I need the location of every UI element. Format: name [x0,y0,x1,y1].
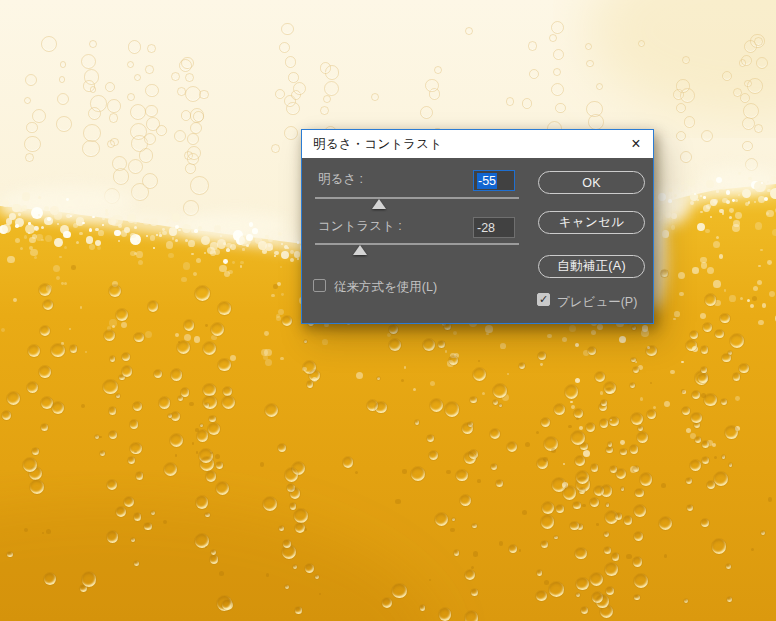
brightness-contrast-dialog: 明るさ・コントラスト × 明るさ : -55 コントラスト : -28 ✓ 従来… [301,129,654,324]
ok-button[interactable]: OK [538,171,645,194]
close-icon[interactable]: × [619,130,653,158]
cancel-button[interactable]: キャンセル [538,211,645,234]
brightness-label: 明るさ : [318,171,363,188]
preview-checkbox-label: プレビュー(P) [557,294,637,311]
dialog-body: 明るさ : -55 コントラスト : -28 ✓ 従来方式を使用(L) OK キ… [302,158,653,323]
dialog-title: 明るさ・コントラスト [313,136,442,153]
brightness-value: -55 [477,173,497,189]
brightness-slider-thumb[interactable] [372,199,386,209]
contrast-slider-track[interactable] [315,243,519,245]
preview-checkbox[interactable]: ✓ [537,293,550,306]
legacy-checkbox[interactable]: ✓ [313,279,326,292]
contrast-input[interactable]: -28 [473,217,515,238]
auto-correct-button[interactable]: 自動補正(A) [538,255,645,278]
brightness-slider-track[interactable] [315,197,519,199]
contrast-value: -28 [477,221,495,235]
dialog-title-bar[interactable]: 明るさ・コントラスト × [302,130,653,158]
checkmark-icon: ✓ [539,294,548,305]
legacy-checkbox-label: 従来方式を使用(L) [334,279,437,296]
contrast-label: コントラスト : [318,218,402,235]
contrast-slider-thumb[interactable] [353,245,367,255]
brightness-input[interactable]: -55 [473,170,515,191]
